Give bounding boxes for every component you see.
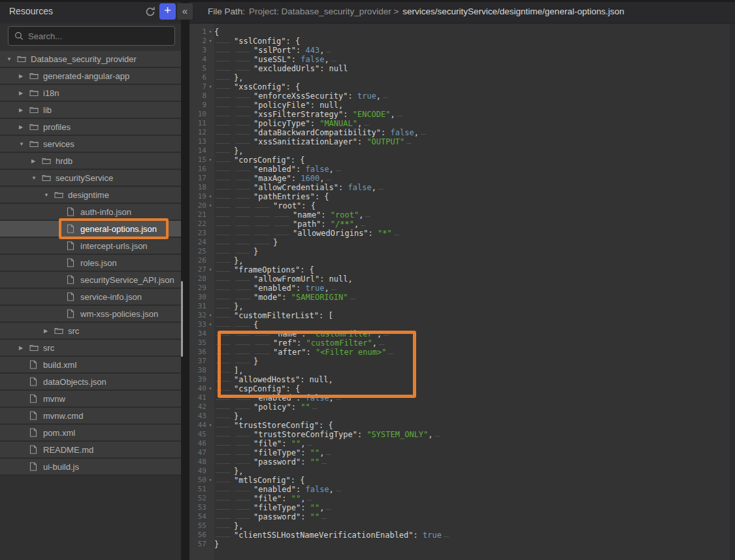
tree-item-securityService[interactable]: ▼securityService — [0, 170, 181, 187]
code-line-25[interactable]: 25} — [192, 247, 735, 256]
code-line-54[interactable]: 54"password": "" — [192, 512, 735, 521]
code-line-51[interactable]: 51"enabled": false, — [192, 485, 735, 494]
code-line-7[interactable]: 7▾"xssConfig": { — [192, 82, 735, 91]
code-line-33[interactable]: 33▾{ — [192, 320, 735, 329]
code-line-57[interactable]: 57} — [192, 540, 735, 549]
code-line-52[interactable]: 52"file": "", — [192, 494, 735, 503]
tree-item-dataObjects.json[interactable]: dataObjects.json — [0, 374, 181, 391]
code-line-22[interactable]: 22"path": "/**", — [192, 220, 735, 229]
tree-item-mvnw[interactable]: mvnw — [0, 391, 181, 408]
code-line-50[interactable]: 50▾"mtlsConfig": { — [192, 476, 735, 485]
code-line-17[interactable]: 17"maxAge": 1600, — [192, 174, 735, 183]
search-input[interactable] — [28, 31, 159, 41]
code-line-13[interactable]: 13"xssSanitizationLayer": "OUTPUT" — [192, 137, 735, 146]
code-line-48[interactable]: 48"password": "" — [192, 457, 735, 467]
code-line-56[interactable]: 56"clientSSLHostNameVerificationEnabled"… — [192, 531, 735, 540]
tree-item-i18n[interactable]: ▶i18n — [0, 85, 181, 102]
sidebar-collapse-button[interactable]: « — [177, 3, 193, 20]
code-line-16[interactable]: 16"enabled": false, — [192, 165, 735, 174]
code-line-45[interactable]: 45"trustStoreConfigType": "SYSTEM_ONLY", — [192, 430, 735, 439]
add-resource-button[interactable]: + — [159, 3, 176, 20]
tree-item-build.xml[interactable]: build.xml — [0, 357, 181, 374]
code-line-20[interactable]: 20▾"root": { — [192, 201, 735, 210]
caret-right-icon[interactable]: ▶ — [31, 158, 42, 164]
code-line-24[interactable]: 24} — [192, 238, 735, 247]
code-line-29[interactable]: 29"enabled": true, — [192, 284, 735, 293]
tree-item-auth-info.json[interactable]: auth-info.json — [0, 204, 181, 221]
refresh-button[interactable] — [144, 5, 157, 18]
code-line-27[interactable]: 27▾"frameOptions": { — [192, 265, 735, 274]
tree-item-src[interactable]: ▶src — [0, 323, 181, 340]
caret-down-icon[interactable]: ▼ — [31, 175, 42, 181]
code-line-28[interactable]: 28"allowFromUrl": null, — [192, 274, 735, 284]
tree-item-wm-xss-policies.json[interactable]: wm-xss-policies.json — [0, 306, 181, 323]
code-line-4[interactable]: 4"useSSL": false, — [192, 55, 735, 64]
fold-caret-icon[interactable]: ▾ — [206, 192, 214, 201]
caret-down-icon[interactable]: ▼ — [7, 56, 17, 62]
tree-item-hrdb[interactable]: ▶hrdb — [0, 153, 181, 170]
tree-item-service-info.json[interactable]: service-info.json — [0, 289, 181, 306]
tree-item-src[interactable]: ▶src — [0, 340, 181, 357]
fold-caret-icon[interactable]: ▾ — [206, 476, 214, 485]
code-line-15[interactable]: 15▾"corsConfig": { — [192, 156, 735, 165]
code-line-21[interactable]: 21"name": "root", — [192, 210, 735, 220]
code-line-53[interactable]: 53"fileType": "", — [192, 503, 735, 512]
code-line-2[interactable]: 2▾"sslConfig": { — [192, 37, 735, 46]
code-line-47[interactable]: 47"fileType": "", — [192, 448, 735, 457]
editor-scrollbar-track[interactable] — [730, 24, 735, 560]
tree-item-pom.xml[interactable]: pom.xml — [0, 425, 181, 442]
code-line-55[interactable]: 55}, — [192, 521, 735, 531]
code-line-14[interactable]: 14}, — [192, 146, 735, 156]
code-line-44[interactable]: 44▾"trustStoreConfig": { — [192, 421, 735, 430]
tree-item-mvnw.cmd[interactable]: mvnw.cmd — [0, 408, 181, 425]
tree-item-securityService_API.json[interactable]: securityService_API.json — [0, 272, 181, 289]
code-line-49[interactable]: 49}, — [192, 467, 735, 476]
code-line-12[interactable]: 12"dataBackwardCompatibility": false, — [192, 128, 735, 137]
code-line-23[interactable]: 23"allowedOrigins": "*" — [192, 229, 735, 238]
fold-caret-icon[interactable]: ▾ — [206, 27, 214, 37]
caret-right-icon[interactable]: ▶ — [19, 90, 29, 96]
search-box[interactable] — [8, 26, 175, 46]
caret-down-icon[interactable]: ▼ — [19, 141, 29, 147]
tree-item-services[interactable]: ▼services — [0, 136, 181, 153]
fold-caret-icon[interactable]: ▾ — [206, 320, 214, 329]
tree-item-designtime[interactable]: ▼designtime — [0, 187, 181, 204]
tree-item-profiles[interactable]: ▶profiles — [0, 119, 181, 136]
code-line-8[interactable]: 8"enforceXssSecurity": true, — [192, 91, 735, 101]
code-line-40[interactable]: 40▾"cspConfig": { — [192, 384, 735, 393]
fold-caret-icon[interactable]: ▾ — [206, 201, 214, 210]
tree-item-README.md[interactable]: README.md — [0, 442, 181, 459]
code-line-37[interactable]: 37} — [192, 357, 735, 366]
fold-caret-icon[interactable]: ▾ — [206, 311, 214, 320]
code-line-11[interactable]: 11"policyType": "MANUAL", — [192, 119, 735, 128]
tree-item-intercept-urls.json[interactable]: intercept-urls.json — [0, 238, 181, 255]
caret-right-icon[interactable]: ▶ — [19, 345, 29, 351]
tree-item-general-options.json[interactable]: general-options.json — [0, 221, 181, 238]
code-line-35[interactable]: 35"ref": "customFilter", — [192, 338, 735, 348]
code-line-9[interactable]: 9"policyFile": null, — [192, 101, 735, 110]
tree-item-roles.json[interactable]: roles.json — [0, 255, 181, 272]
caret-right-icon[interactable]: ▶ — [44, 328, 54, 334]
caret-right-icon[interactable]: ▶ — [19, 73, 29, 79]
code-line-10[interactable]: 10"xssFilterStrategy": "ENCODE", — [192, 110, 735, 119]
code-line-5[interactable]: 5"excludedUrls": null — [192, 64, 735, 73]
code-line-41[interactable]: 41"enabled": false, — [192, 393, 735, 403]
code-line-46[interactable]: 46"file": "", — [192, 439, 735, 448]
fold-caret-icon[interactable]: ▾ — [206, 156, 214, 165]
code-line-30[interactable]: 30"mode": "SAMEORIGIN" — [192, 293, 735, 302]
code-line-42[interactable]: 42"policy": "" — [192, 403, 735, 412]
code-line-6[interactable]: 6}, — [192, 73, 735, 82]
code-line-26[interactable]: 26}, — [192, 256, 735, 265]
fold-caret-icon[interactable]: ▾ — [206, 421, 214, 430]
code-line-32[interactable]: 32▾"customFilterList": [ — [192, 311, 735, 320]
code-line-3[interactable]: 3"sslPort": 443, — [192, 46, 735, 55]
caret-right-icon[interactable]: ▶ — [19, 124, 29, 130]
fold-caret-icon[interactable]: ▾ — [206, 82, 214, 91]
sidebar-scrollbar-thumb[interactable] — [181, 281, 183, 357]
code-line-36[interactable]: 36"after": "<Filter enum>" — [192, 348, 735, 357]
tree-item-ui-build.js[interactable]: ui-build.js — [0, 459, 181, 476]
tree-item-Database_security_provider[interactable]: ▼Database_security_provider — [0, 51, 181, 68]
code-line-31[interactable]: 31}, — [192, 302, 735, 311]
code-line-1[interactable]: 1▾{ — [192, 27, 735, 37]
fold-caret-icon[interactable]: ▾ — [206, 37, 214, 46]
